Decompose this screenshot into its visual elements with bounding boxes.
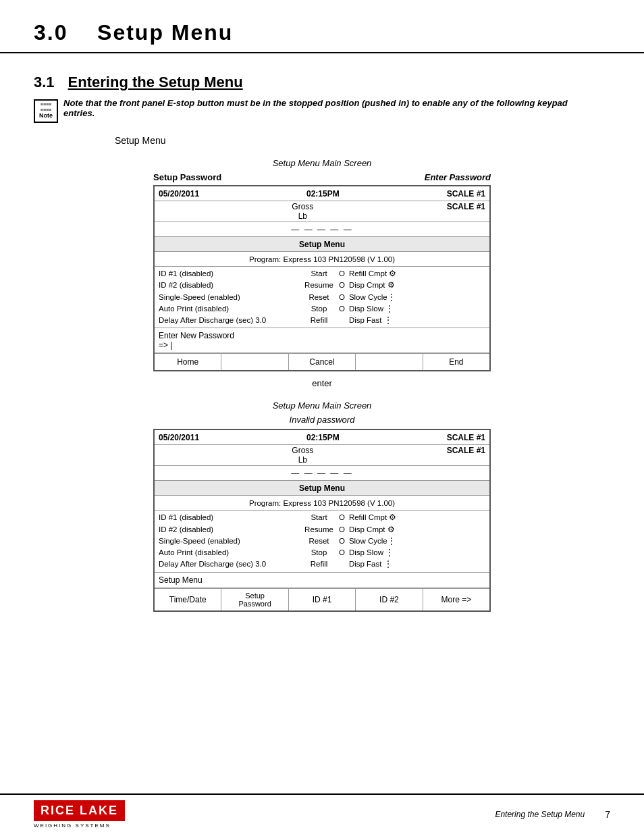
cursor-line: => | (159, 340, 485, 350)
chapter-number: 3.0 (34, 20, 68, 45)
lcd-btn-row-1: Home Cancel End (155, 353, 489, 370)
row3-col2: Reset (299, 292, 339, 303)
empty-btn-1 (221, 354, 288, 370)
logo-sub: WEIGHING SYSTEMS (34, 823, 111, 829)
s2-row1-col4: Refill Cmpt ⚙ (345, 512, 485, 523)
setup-row-label: Setup Menu (159, 575, 203, 585)
row2-col3: O (339, 280, 345, 291)
s2-row2-col2: Resume (299, 524, 339, 536)
gross-center-2: Gross Lb (159, 446, 447, 465)
screen1-section: Setup Menu Main Screen Setup Password En… (34, 158, 610, 371)
section-title: Entering the Setup Menu (68, 74, 243, 91)
main-content: 3.1 Entering the Setup Menu ≡≡≡≡≡≡≡≡ Not… (0, 67, 644, 673)
row4-col4: Disp Slow ⋮ (345, 303, 485, 315)
row2-col2: Resume (299, 280, 339, 291)
s2-row4-col4: Disp Slow ⋮ (345, 547, 485, 558)
screen1-labels: Setup Password Enter Password (153, 172, 491, 182)
home-btn[interactable]: Home (155, 354, 221, 370)
lcd-title-row-2: Setup Menu (155, 481, 489, 496)
cancel-btn[interactable]: Cancel (289, 354, 356, 370)
lcd-data-area-2: ID #1 (disabled) Start O Refill Cmpt ⚙ I… (155, 511, 489, 571)
page-footer: RICE LAKE WEIGHING SYSTEMS Entering the … (0, 793, 644, 834)
lcd-program-row-2: Program: Express 103 PN120598 (V 1.00) (155, 496, 489, 511)
row1-col2: Start (299, 268, 339, 280)
lcd-password-row: Enter New Password => | (155, 328, 489, 353)
lcd-header-row-2: 05/20/2011 02:15PM SCALE #1 (155, 430, 489, 445)
note-text: Note that the front panel E-stop button … (63, 98, 590, 118)
chapter-title: Setup Menu (97, 20, 233, 45)
unit-label-1: Lb (159, 211, 447, 221)
lcd-screen-2: 05/20/2011 02:15PM SCALE #1 Gross Lb SCA… (153, 429, 491, 611)
screen1-caption: Setup Menu Main Screen (273, 158, 372, 168)
row5-col1: Delay After Discharge (sec) 3.0 (159, 315, 299, 326)
section-heading: 3.1 Entering the Setup Menu (34, 74, 610, 91)
password-label: Enter New Password (159, 331, 485, 340)
screen2-caption: Setup Menu Main Screen (273, 400, 372, 411)
row4-col1: Auto Print (disabled) (159, 303, 299, 315)
time-date-btn[interactable]: Time/Date (155, 589, 221, 610)
unit-label-2: Lb (159, 455, 447, 465)
row2-col1: ID #2 (disabled) (159, 280, 299, 291)
dashes-1: — — — — — (291, 225, 352, 234)
id1-btn[interactable]: ID #1 (289, 589, 356, 610)
lcd-header-row-1: 05/20/2011 02:15PM SCALE #1 (155, 186, 489, 201)
s2-row3-col2: Reset (299, 536, 339, 547)
lcd-scale-1: SCALE #1 (447, 189, 485, 199)
note-box: ≡≡≡≡≡≡≡≡ Note Note that the front panel … (34, 98, 610, 123)
s2-row3-col4: Slow Cycle⋮ (345, 536, 485, 547)
s2-row1-col2: Start (299, 512, 339, 523)
more-btn[interactable]: More => (423, 589, 489, 610)
s2-row4-col2: Stop (299, 547, 339, 558)
s2-row3-col3: O (339, 536, 345, 547)
page-header: 3.0 Setup Menu (0, 0, 644, 53)
row3-col3: O (339, 292, 345, 303)
lcd-time-2: 02:15PM (306, 433, 340, 442)
footer-logo: RICE LAKE WEIGHING SYSTEMS (34, 800, 125, 829)
enter-password-label: Enter Password (425, 172, 491, 182)
scale2-1: SCALE #1 (447, 202, 485, 221)
row3-col4: Slow Cycle⋮ (345, 292, 485, 303)
dashes-row-2: — — — — — (155, 466, 489, 481)
lcd-data-area-1: ID #1 (disabled) Start O Refill Cmpt ⚙ I… (155, 267, 489, 328)
row4-col3: O (339, 303, 345, 315)
row5-col4: Disp Fast ⋮ (345, 315, 485, 326)
dashes-2: — — — — — (291, 469, 352, 478)
row2-col4: Disp Cmpt ⚙ (345, 280, 485, 291)
row4-col2: Stop (299, 303, 339, 315)
s2-row5-col4: Disp Fast ⋮ (345, 558, 485, 570)
lcd-program-row-1: Program: Express 103 PN120598 (V 1.00) (155, 252, 489, 267)
s2-row2-col1: ID #2 (disabled) (159, 524, 299, 536)
lcd-date-1: 05/20/2011 (159, 189, 199, 199)
setup-password-btn[interactable]: SetupPassword (221, 589, 288, 610)
row5-col2: Refill (299, 315, 339, 326)
page-title: 3.0 Setup Menu (34, 20, 233, 45)
lcd-time-1: 02:15PM (306, 189, 340, 199)
s2-row5-col1: Delay After Discharge (sec) 3.0 (159, 558, 299, 570)
s2-row3-col1: Single-Speed (enabled) (159, 536, 299, 547)
footer-page-title: Entering the Setup Menu (495, 810, 585, 819)
footer-page-num: 7 (605, 809, 610, 820)
setup-menu-label: Setup Menu (115, 135, 610, 146)
row1-col3: O (339, 268, 345, 280)
end-btn[interactable]: End (423, 354, 489, 370)
lcd-date-2: 05/20/2011 (159, 433, 199, 442)
setup-password-label: Setup Password (153, 172, 221, 182)
s2-row5-col3 (339, 558, 345, 570)
lcd-data-grid-1: ID #1 (disabled) Start O Refill Cmpt ⚙ I… (159, 268, 485, 326)
lcd-gross-row-1: Gross Lb SCALE #1 (155, 201, 489, 222)
s2-row1-col1: ID #1 (disabled) (159, 512, 299, 523)
s2-row4-col3: O (339, 547, 345, 558)
row3-col1: Single-Speed (enabled) (159, 292, 299, 303)
id2-btn[interactable]: ID #2 (356, 589, 423, 610)
lcd-title-row-1: Setup Menu (155, 237, 489, 252)
s2-row2-col4: Disp Cmpt ⚙ (345, 524, 485, 536)
scale2-2: SCALE #1 (447, 446, 485, 465)
s2-row4-col1: Auto Print (disabled) (159, 547, 299, 558)
row1-col1: ID #1 (disabled) (159, 268, 299, 280)
row5-col3 (339, 315, 345, 326)
invalid-caption: Invalid password (290, 415, 355, 425)
gross-label-2: Gross (159, 446, 447, 455)
lcd-screen-1: 05/20/2011 02:15PM SCALE #1 Gross Lb SCA… (153, 185, 491, 371)
row1-col4: Refill Cmpt ⚙ (345, 268, 485, 280)
s2-row1-col3: O (339, 512, 345, 523)
